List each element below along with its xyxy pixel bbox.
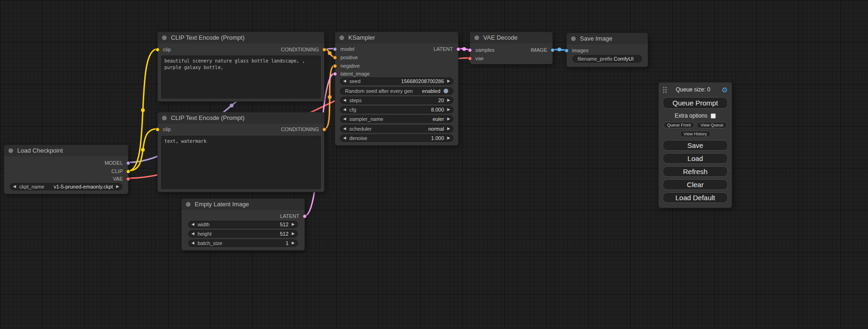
node-graph-canvas[interactable]: Load Checkpoint MODEL CLIP VAE ◀ ckpt_na… [0,0,868,329]
conditioning-port-dot[interactable] [333,56,337,60]
increment-arrow-icon[interactable]: ▶ [292,241,295,245]
steps-widget[interactable]: ◀ steps 20 ▶ [340,97,453,104]
queue-panel-header[interactable]: Queue size: 0 ⚙ [663,85,728,94]
output-image[interactable]: IMAGE [470,46,552,54]
node-load-checkpoint[interactable]: Load Checkpoint MODEL CLIP VAE ◀ ckpt_na… [4,145,128,194]
scheduler-widget[interactable]: ◀ scheduler normal ▶ [340,125,453,133]
seed-widget[interactable]: ◀ seed 156680208700286 ▶ [340,77,453,85]
random-seed-toggle-widget[interactable]: Random seed after every gen enabled [340,87,453,95]
output-model[interactable]: MODEL [4,159,128,167]
latent-port-dot[interactable] [333,72,337,76]
toggle-knob[interactable] [444,89,448,93]
load-default-button[interactable]: Load Default [663,192,728,203]
node-vae-decode[interactable]: VAE Decode samples vae IMAGE [470,32,553,64]
increment-arrow-icon[interactable]: ▶ [447,117,450,121]
save-button[interactable]: Save [663,140,728,151]
queue-panel[interactable]: Queue size: 0 ⚙ Queue Prompt Extra optio… [658,82,732,208]
decrement-arrow-icon[interactable]: ◀ [343,108,346,112]
node-clip-text-encode-positive[interactable]: CLIP Text Encode (Prompt) clip CONDITION… [157,32,325,102]
node-ksampler[interactable]: KSampler model positive negative latent_… [335,32,459,146]
ckpt-name-widget[interactable]: ◀ ckpt_name v1-5-pruned-emaonly.ckpt ▶ [10,183,122,190]
load-button[interactable]: Load [663,153,728,164]
clip-port-dot[interactable] [126,169,130,174]
node-collapse-dot[interactable] [8,148,13,153]
output-latent[interactable]: LATENT [182,212,304,220]
decrement-arrow-icon[interactable]: ◀ [191,232,194,236]
vae-port-dot[interactable] [468,56,472,61]
increment-arrow-icon[interactable]: ▶ [116,185,119,189]
increment-arrow-icon[interactable]: ▶ [292,232,295,236]
input-positive[interactable]: positive [335,54,458,61]
denoise-widget[interactable]: ◀ denoise 1.000 ▶ [340,134,453,142]
clear-button[interactable]: Clear [663,179,728,190]
input-vae[interactable]: vae [470,55,552,62]
view-queue-button[interactable]: View Queue [697,122,727,128]
latent-port-dot[interactable] [303,214,307,218]
decrement-arrow-icon[interactable]: ◀ [343,79,346,83]
port-label: CONDITIONING [281,46,319,53]
conditioning-port-dot[interactable] [322,48,326,52]
widget-label: height [198,231,212,237]
view-history-button[interactable]: View History [680,131,711,137]
node-collapse-dot[interactable] [162,116,167,120]
cfg-widget[interactable]: ◀ cfg 8.000 ▶ [340,106,453,113]
queue-front-button[interactable]: Queue Front [663,122,695,128]
node-collapse-dot[interactable] [186,202,191,207]
output-vae[interactable]: VAE [4,175,128,182]
prompt-textarea[interactable]: beautiful scenery nature glass bottle la… [161,56,321,98]
queue-prompt-button[interactable]: Queue Prompt [663,97,728,109]
node-title-bar[interactable]: CLIP Text Encode (Prompt) [158,32,324,43]
decrement-arrow-icon[interactable]: ◀ [343,117,346,121]
batch-size-widget[interactable]: ◀ batch_size 1 ▶ [188,239,298,247]
image-port-dot[interactable] [550,48,555,52]
model-port-dot[interactable] [126,161,130,165]
decrement-arrow-icon[interactable]: ◀ [191,241,194,245]
settings-gear-icon[interactable]: ⚙ [722,86,728,93]
decrement-arrow-icon[interactable]: ◀ [13,185,16,189]
conditioning-port-dot[interactable] [322,127,326,132]
width-widget[interactable]: ◀ width 512 ▶ [188,221,298,228]
increment-arrow-icon[interactable]: ▶ [447,108,450,112]
node-clip-text-encode-negative[interactable]: CLIP Text Encode (Prompt) clip CONDITION… [157,112,325,192]
node-collapse-dot[interactable] [474,35,479,40]
output-clip[interactable]: CLIP [4,168,128,175]
input-latent-image[interactable]: latent_image [335,70,458,77]
node-title-bar[interactable]: VAE Decode [470,32,552,43]
filename-prefix-widget[interactable]: filename_prefix ComfyUI [572,55,642,63]
output-conditioning[interactable]: CONDITIONING [158,126,324,133]
node-empty-latent-image[interactable]: Empty Latent Image LATENT ◀ width 512 ▶ … [181,198,305,251]
increment-arrow-icon[interactable]: ▶ [447,98,450,102]
node-collapse-dot[interactable] [162,35,167,40]
vae-port-dot[interactable] [126,177,130,181]
widget-value: 156680208700286 [401,78,444,84]
decrement-arrow-icon[interactable]: ◀ [343,98,346,102]
increment-arrow-icon[interactable]: ▶ [447,79,450,83]
node-title-bar[interactable]: Empty Latent Image [182,199,304,210]
height-widget[interactable]: ◀ height 512 ▶ [188,230,298,238]
prompt-textarea[interactable]: text, watermark [161,136,321,189]
node-title-bar[interactable]: Save Image [567,33,648,44]
input-negative[interactable]: negative [335,62,458,70]
decrement-arrow-icon[interactable]: ◀ [343,127,346,131]
node-save-image[interactable]: Save Image images filename_prefix ComfyU… [566,33,648,67]
increment-arrow-icon[interactable]: ▶ [292,223,295,226]
node-collapse-dot[interactable] [339,35,344,40]
refresh-button[interactable]: Refresh [663,166,728,177]
increment-arrow-icon[interactable]: ▶ [447,136,450,140]
latent-port-dot[interactable] [456,47,460,51]
decrement-arrow-icon[interactable]: ◀ [191,223,194,226]
image-port-dot[interactable] [565,49,569,53]
wire-clip-positive [128,49,157,171]
node-title-bar[interactable]: CLIP Text Encode (Prompt) [158,112,324,124]
output-latent[interactable]: LATENT [335,45,458,53]
node-title-bar[interactable]: Load Checkpoint [4,145,128,156]
input-images[interactable]: images [567,47,648,54]
output-conditioning[interactable]: CONDITIONING [158,46,324,53]
node-title-bar[interactable]: KSampler [335,32,458,43]
node-collapse-dot[interactable] [571,36,576,41]
decrement-arrow-icon[interactable]: ◀ [343,136,346,140]
sampler-name-widget[interactable]: ◀ sampler_name euler ▶ [340,115,453,123]
increment-arrow-icon[interactable]: ▶ [447,127,450,131]
conditioning-port-dot[interactable] [333,64,337,68]
extra-options-checkbox[interactable] [711,113,716,119]
